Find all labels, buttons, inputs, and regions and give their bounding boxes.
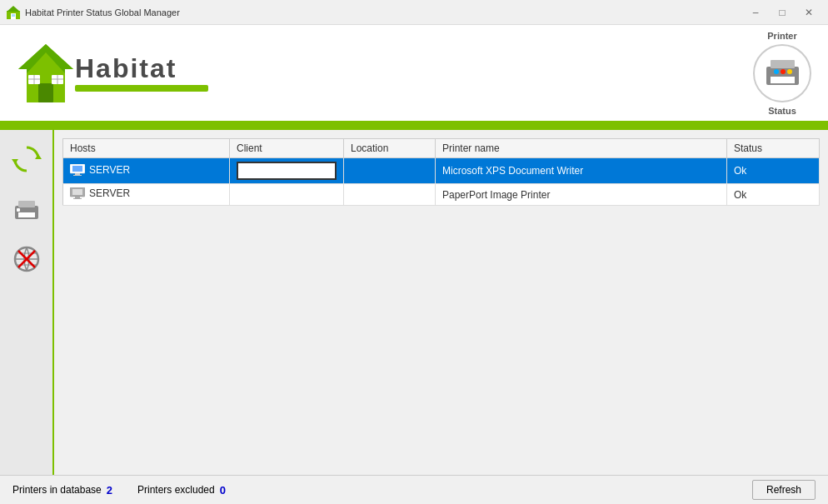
svg-rect-3 (12, 14, 15, 17)
cell-location (344, 158, 436, 184)
svg-marker-1 (7, 6, 20, 12)
title-text: Habitat Printer Status Global Manager (25, 7, 180, 17)
printers-in-db-label: Printers in database (12, 484, 102, 496)
logo-area: Habitat (17, 40, 208, 107)
svg-marker-19 (35, 154, 42, 159)
cell-location (344, 184, 436, 206)
svg-rect-34 (73, 175, 82, 176)
cell-host: SERVER (63, 158, 230, 184)
svg-rect-14 (771, 60, 795, 68)
svg-marker-20 (12, 159, 18, 164)
col-client: Client (230, 139, 344, 158)
col-status: Status (727, 139, 820, 158)
table-body: SERVERMicrosoft XPS Document WriterOk SE… (63, 158, 820, 206)
printers-excluded-item: Printers excluded 0 (137, 484, 226, 497)
status-label: Status (768, 106, 796, 116)
sidebar-icon-printer[interactable] (10, 192, 43, 226)
client-input[interactable] (237, 162, 337, 180)
col-hosts: Hosts (63, 139, 230, 158)
cell-client (230, 184, 344, 206)
printers-in-db-item: Printers in database 2 (12, 484, 112, 497)
printers-excluded-count: 0 (220, 484, 226, 497)
printer-status-icon: Printer Status (753, 31, 811, 116)
sidebar-icon-network[interactable] (10, 242, 43, 276)
cell-printer-name: PaperPort Image Printer (436, 184, 727, 206)
title-controls: – □ ✕ (743, 4, 821, 21)
logo-text-area: Habitat (75, 55, 208, 92)
app-icon (7, 6, 20, 19)
table-header-row: Hosts Client Location Printer name Statu… (63, 139, 820, 158)
sync-icon (12, 144, 42, 174)
logo-house-icon (17, 40, 75, 107)
maximize-button[interactable]: □ (770, 4, 795, 21)
main-content: Hosts Client Location Printer name Statu… (0, 130, 828, 475)
table-row[interactable]: SERVERPaperPort Image PrinterOk (63, 184, 820, 206)
svg-rect-22 (18, 201, 35, 207)
col-location: Location (344, 139, 436, 158)
printers-in-db-count: 2 (107, 484, 112, 497)
svg-rect-36 (72, 189, 82, 195)
cell-status: Ok (727, 184, 820, 206)
cell-host: SERVER (63, 184, 230, 206)
svg-point-16 (774, 69, 779, 74)
logo-text: Habitat (75, 55, 208, 82)
network-icon (12, 244, 42, 274)
printer-sidebar-icon (12, 194, 42, 224)
sidebar-icon-sync[interactable] (10, 142, 43, 176)
minimize-button[interactable]: – (743, 4, 768, 21)
logo-underline (75, 85, 208, 92)
svg-rect-32 (72, 166, 82, 172)
cell-status: Ok (727, 158, 820, 184)
printer-table: Hosts Client Location Printer name Statu… (62, 138, 820, 206)
svg-rect-33 (75, 173, 80, 175)
svg-rect-37 (75, 197, 80, 198)
cell-client[interactable] (230, 158, 344, 184)
sidebar (0, 130, 54, 475)
svg-rect-6 (38, 83, 53, 102)
svg-rect-24 (17, 208, 20, 212)
printer-label: Printer (767, 31, 796, 41)
header: Habitat Printer Status (0, 25, 828, 125)
content-panel: Hosts Client Location Printer name Statu… (54, 130, 828, 475)
svg-point-18 (787, 69, 792, 74)
status-bar: Printers in database 2 Printers excluded… (0, 475, 828, 504)
status-left: Printers in database 2 Printers excluded… (12, 484, 226, 497)
col-printer-name: Printer name (436, 139, 727, 158)
printers-excluded-label: Printers excluded (137, 484, 215, 496)
svg-point-17 (781, 69, 786, 74)
svg-rect-15 (771, 77, 795, 83)
title-bar: Habitat Printer Status Global Manager – … (0, 0, 828, 25)
cell-printer-name: Microsoft XPS Document Writer (436, 158, 727, 184)
close-button[interactable]: ✕ (796, 4, 821, 21)
svg-rect-38 (73, 198, 82, 199)
printer-icon-svg (760, 50, 806, 96)
table-row[interactable]: SERVERMicrosoft XPS Document WriterOk (63, 158, 820, 184)
svg-rect-23 (18, 212, 35, 217)
printer-status-circle (753, 44, 811, 102)
refresh-button[interactable]: Refresh (752, 480, 816, 500)
title-bar-left: Habitat Printer Status Global Manager (7, 6, 180, 19)
